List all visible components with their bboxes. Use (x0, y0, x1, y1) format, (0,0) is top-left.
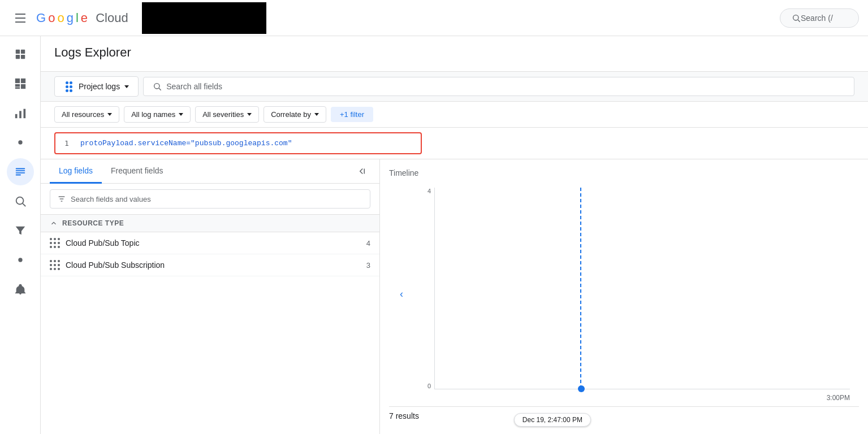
svg-rect-10 (20, 84, 25, 89)
svg-point-14 (18, 140, 22, 144)
resource-name: Cloud Pub/Sub Topic (66, 238, 361, 248)
filters-row: All resources All log names All severiti… (41, 102, 868, 128)
query-box[interactable]: 1 protoPayload.serviceName="pubsub.googl… (54, 132, 422, 154)
sidebar-icon-search[interactable] (7, 188, 34, 215)
svg-rect-7 (20, 79, 25, 83)
correlate-by-button[interactable]: Correlate by (264, 106, 326, 123)
left-panel: Log fields Frequent fields Search fie (41, 159, 380, 434)
nav-black-block (142, 2, 266, 34)
project-logs-button[interactable]: Project logs (54, 76, 139, 97)
sidebar-icon-dashboard[interactable] (7, 70, 34, 97)
svg-rect-18 (15, 175, 20, 176)
search-fields-placeholder: Search fields and values (71, 195, 151, 203)
resource-count: 3 (366, 261, 370, 270)
page-header: Logs Explorer (41, 36, 868, 72)
list-item[interactable]: Cloud Pub/Sub Subscription 3 (41, 254, 379, 276)
svg-rect-2 (15, 50, 19, 54)
tab-log-fields[interactable]: Log fields (50, 159, 102, 184)
timeline-dot (578, 385, 585, 392)
svg-rect-15 (15, 168, 25, 170)
project-logs-label: Project logs (79, 82, 120, 91)
page-title: Logs Explorer (54, 45, 854, 60)
top-nav: Google Cloud Search (/ (0, 0, 868, 36)
sidebar-icon-metrics[interactable] (7, 99, 34, 127)
content-area: Logs Explorer Project logs Search all fi… (41, 36, 868, 434)
timeline-grid (434, 188, 850, 389)
search-all-fields-icon (153, 82, 162, 91)
svg-rect-16 (15, 170, 25, 171)
logo-g2: g (67, 11, 74, 25)
nav-search-label: Search (/ (801, 14, 833, 23)
svg-line-20 (23, 203, 25, 206)
search-all-fields-placeholder: Search all fields (166, 82, 222, 91)
resource-name: Cloud Pub/Sub Subscription (66, 261, 361, 270)
hamburger-menu[interactable] (9, 7, 32, 29)
svg-rect-8 (15, 84, 19, 87)
bottom-split: Log fields Frequent fields Search fie (41, 159, 868, 434)
nav-search-button[interactable]: Search (/ (780, 8, 859, 28)
svg-rect-3 (20, 50, 24, 54)
more-filter-label: +1 filter (340, 110, 364, 119)
filter-icon (57, 194, 66, 203)
svg-rect-12 (19, 111, 21, 118)
all-resources-chevron (107, 113, 112, 116)
svg-rect-4 (15, 55, 19, 59)
logo-l: l (76, 11, 79, 25)
correlate-by-chevron (314, 113, 319, 116)
sidebar-icon-logs[interactable] (7, 158, 34, 185)
svg-rect-6 (15, 79, 19, 83)
svg-line-23 (159, 88, 161, 90)
results-count: 7 results (389, 407, 859, 425)
all-log-names-chevron (179, 113, 183, 116)
svg-rect-11 (15, 114, 17, 118)
tab-frequent-fields[interactable]: Frequent fields (102, 159, 172, 184)
search-fields-input[interactable]: Search fields and values (50, 189, 370, 209)
all-log-names-button[interactable]: All log names (124, 106, 191, 123)
sidebar (0, 36, 41, 434)
svg-point-22 (154, 84, 159, 89)
sidebar-icon-dot[interactable] (7, 129, 34, 156)
timeline-y-max: 4 (427, 188, 433, 194)
sidebar-icon-filter[interactable] (7, 217, 34, 244)
svg-rect-13 (23, 109, 25, 119)
sidebar-icon-bell[interactable] (7, 276, 34, 303)
search-icon (792, 14, 801, 23)
logo-cloud: Cloud (96, 11, 128, 25)
timeline-label: Timeline (389, 168, 859, 177)
sidebar-icon-dot2[interactable] (7, 246, 34, 274)
timeline-left-arrow[interactable]: ‹ (394, 287, 409, 302)
list-item[interactable]: Cloud Pub/Sub Topic 4 (41, 232, 379, 254)
all-severities-label: All severities (202, 110, 244, 119)
logo-g: G (36, 11, 46, 25)
svg-rect-9 (15, 87, 19, 89)
resource-type-label: RESOURCE TYPE (62, 219, 124, 227)
resource-count: 4 (366, 239, 370, 248)
search-all-fields-input[interactable]: Search all fields (143, 77, 854, 96)
correlate-by-label: Correlate by (271, 110, 311, 119)
cloud-pubsub-sub-icon (50, 260, 60, 270)
timeline-3pm-label: 3:00PM (827, 394, 850, 402)
query-text: protoPayload.serviceName="pubsub.googlea… (80, 139, 292, 147)
svg-rect-17 (15, 172, 25, 173)
svg-point-21 (18, 258, 22, 262)
search-fields-bar: Search fields and values (41, 184, 379, 215)
timeline-y-axis: 4 0 (416, 188, 433, 389)
sidebar-icon-home[interactable] (7, 41, 34, 68)
all-severities-button[interactable]: All severities (195, 106, 259, 123)
svg-point-19 (16, 197, 23, 205)
svg-rect-5 (20, 55, 24, 59)
collapse-panel-button[interactable] (352, 162, 370, 180)
google-logo: Google Cloud (36, 11, 128, 25)
right-panel: Timeline ‹ 4 0 Dec 19, 2:47:00 PM 3:00PM (380, 159, 868, 434)
logo-o1: o (48, 11, 55, 25)
timeline-area: ‹ 4 0 Dec 19, 2:47:00 PM 3:00PM (389, 182, 859, 407)
project-logs-chevron (124, 85, 129, 88)
logo-o2: o (57, 11, 64, 25)
svg-point-0 (793, 15, 798, 20)
all-severities-chevron (247, 113, 252, 116)
resource-type-header: RESOURCE TYPE (41, 215, 379, 232)
all-resources-button[interactable]: All resources (54, 106, 119, 123)
more-filter-button[interactable]: +1 filter (331, 107, 373, 122)
timeline-y-min: 0 (427, 383, 433, 389)
chevron-up-icon (50, 219, 58, 227)
